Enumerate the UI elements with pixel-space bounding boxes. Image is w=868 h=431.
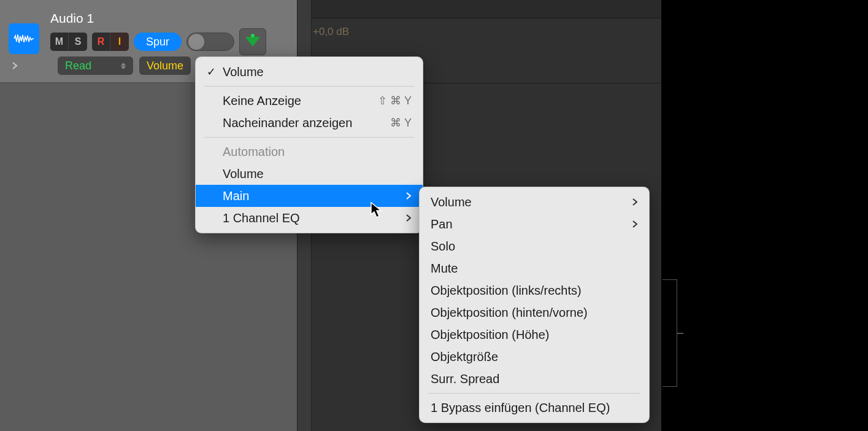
menu-item-automation-volume[interactable]: Volume — [196, 163, 423, 185]
updown-arrows-icon — [121, 63, 126, 69]
automation-mode-dropdown[interactable]: Read — [58, 56, 133, 75]
menu-item-no-display[interactable]: Keine Anzeige ⇧ ⌘ Y — [196, 90, 423, 112]
input-monitor-button[interactable]: I — [110, 33, 129, 51]
automation-row: Read Volume — [9, 56, 191, 75]
waveform-icon — [13, 33, 34, 45]
menu-separator — [428, 393, 640, 394]
menu-item-automation-main[interactable]: Main — [196, 185, 423, 207]
menu-item-automation-channel-eq[interactable]: 1 Channel EQ — [196, 207, 423, 229]
automation-parameter-dropdown[interactable]: Volume — [139, 56, 191, 75]
right-margin — [661, 0, 868, 431]
record-enable-button[interactable]: R — [92, 33, 110, 51]
automation-active-dot — [251, 34, 255, 37]
menu-item-volume-checked[interactable]: ✓ Volume — [196, 61, 423, 83]
automation-parameter-label: Volume — [147, 60, 183, 72]
mute-solo-group: M S — [50, 33, 87, 51]
menu-section-header-automation: Automation — [196, 141, 423, 163]
menu-separator — [204, 137, 414, 138]
toggle-knob — [188, 34, 204, 50]
submenu-item-object-position-height[interactable]: Objektposition (Höhe) — [420, 324, 649, 346]
annotation-bracket-tick — [677, 333, 683, 334]
track-name-label[interactable]: Audio 1 — [50, 11, 94, 26]
track-freeze-button[interactable]: Spur — [134, 33, 182, 51]
submenu-arrow-icon — [632, 220, 638, 228]
solo-button[interactable]: S — [69, 33, 87, 51]
submenu-item-mute[interactable]: Mute — [420, 257, 649, 279]
submenu-item-object-position-fb[interactable]: Objektposition (hinten/vorne) — [420, 301, 649, 324]
audio-track-icon[interactable] — [9, 23, 39, 54]
automation-parameter-menu: ✓ Volume Keine Anzeige ⇧ ⌘ Y Nacheinande… — [195, 56, 423, 233]
check-icon: ✓ — [207, 65, 223, 79]
triangle-down-icon — [245, 37, 260, 47]
submenu-arrow-icon — [632, 198, 638, 206]
volume-db-readout: +0,0 dB — [313, 26, 349, 38]
track-on-off-toggle[interactable] — [186, 33, 234, 51]
submenu-item-insert-bypass-channel-eq[interactable]: 1 Bypass einfügen (Channel EQ) — [420, 397, 649, 419]
shortcut-label: ⇧ ⌘ Y — [378, 94, 412, 107]
submenu-item-surround-spread[interactable]: Surr. Spread — [420, 368, 649, 390]
automation-main-submenu: Volume Pan Solo Mute Objektposition (lin… — [419, 187, 650, 423]
submenu-arrow-icon — [405, 214, 412, 222]
submenu-item-object-size[interactable]: Objektgröße — [420, 346, 649, 368]
expand-subtracks-button[interactable] — [9, 60, 21, 72]
mute-button[interactable]: M — [50, 33, 69, 51]
menu-separator — [204, 86, 414, 87]
annotation-bracket — [663, 279, 677, 387]
menu-item-cycle-display[interactable]: Nacheinander anzeigen ⌘ Y — [196, 112, 423, 134]
submenu-item-pan[interactable]: Pan — [420, 213, 649, 235]
submenu-item-solo[interactable]: Solo — [420, 235, 649, 257]
track-button-row: M S R I Spur — [50, 28, 266, 55]
record-input-group: R I — [92, 33, 129, 51]
shortcut-label: ⌘ Y — [390, 116, 412, 130]
submenu-item-volume[interactable]: Volume — [420, 191, 649, 213]
submenu-item-object-position-lr[interactable]: Objektposition (links/rechts) — [420, 279, 649, 301]
submenu-arrow-icon — [405, 192, 412, 200]
automation-mode-label: Read — [65, 60, 91, 72]
timeline-ruler[interactable] — [312, 0, 661, 18]
automation-disclosure-button[interactable] — [239, 28, 266, 55]
